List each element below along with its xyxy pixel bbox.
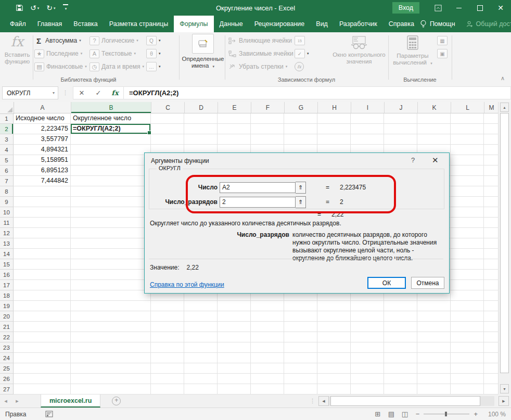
cell-D3[interactable] — [184, 134, 218, 145]
cell-G19[interactable] — [284, 301, 317, 311]
cell-D24[interactable] — [184, 353, 218, 363]
cell-G22[interactable] — [284, 332, 317, 342]
cell-B23[interactable] — [71, 342, 151, 353]
row-header-17[interactable]: 17 — [0, 280, 14, 290]
cell-J25[interactable] — [384, 363, 417, 374]
zoom-slider-thumb[interactable] — [445, 412, 447, 416]
ribbon-display-options-button[interactable] — [428, 0, 449, 16]
cell-F2[interactable] — [251, 124, 284, 134]
row-header-2[interactable]: 2 — [0, 124, 14, 134]
cell-L8[interactable] — [451, 186, 484, 197]
row-header-3[interactable]: 3 — [0, 134, 14, 145]
cell-M7[interactable] — [484, 176, 499, 186]
row-header-27[interactable]: 27 — [0, 384, 14, 394]
cell-E20[interactable] — [218, 311, 251, 322]
cell-A6[interactable]: 6,895123 — [14, 166, 71, 176]
cell-M11[interactable] — [484, 218, 499, 228]
cell-M18[interactable] — [484, 290, 499, 301]
helper-tab[interactable]: Помощн — [420, 20, 455, 28]
column-header-E[interactable]: E — [218, 102, 251, 113]
column-header-I[interactable]: I — [351, 102, 385, 113]
argument-input-digits[interactable]: 2 — [220, 197, 296, 208]
recent-functions-button[interactable]: ★ Последние▾ — [34, 48, 87, 59]
cell-A12[interactable] — [14, 228, 71, 238]
trace-precedents-button[interactable]: Влияющие ячейки — [228, 35, 293, 46]
cell-C25[interactable] — [151, 363, 184, 374]
cell-A5[interactable]: 5,158951 — [14, 155, 71, 166]
cell-H23[interactable] — [317, 342, 351, 353]
cell-M22[interactable] — [484, 332, 499, 342]
cell-K3[interactable] — [417, 134, 451, 145]
cell-I19[interactable] — [351, 301, 384, 311]
cell-M21[interactable] — [484, 322, 499, 332]
cell-B6[interactable] — [71, 166, 151, 176]
cell-B3[interactable] — [71, 134, 151, 145]
cell-L10[interactable] — [451, 207, 484, 218]
row-header-13[interactable]: 13 — [0, 238, 14, 249]
cell-M25[interactable] — [484, 363, 499, 374]
share-button[interactable]: Общий доступ — [466, 20, 511, 28]
row-header-12[interactable]: 12 — [0, 228, 14, 238]
splitter-dots[interactable]: ⋮ — [310, 398, 315, 404]
cell-I24[interactable] — [351, 353, 384, 363]
ok-button[interactable]: ОК — [367, 277, 406, 289]
remove-arrows-button[interactable]: Убрать стрелки▾ — [228, 61, 293, 72]
argument-input-number[interactable]: A2 — [220, 182, 296, 193]
cell-B12[interactable] — [71, 228, 151, 238]
cell-L21[interactable] — [451, 322, 484, 332]
row-header-9[interactable]: 9 — [0, 197, 14, 207]
cell-B24[interactable] — [71, 353, 151, 363]
dialog-close-button[interactable]: ✕ — [432, 156, 439, 165]
cell-E19[interactable] — [218, 301, 251, 311]
cell-L4[interactable] — [451, 145, 484, 155]
row-header-16[interactable]: 16 — [0, 270, 14, 280]
cell-F24[interactable] — [251, 353, 284, 363]
lookup-functions-button[interactable]: Q▾ — [146, 35, 161, 46]
scroll-up-button[interactable]: ▲ — [500, 103, 509, 112]
macro-record-button[interactable] — [45, 411, 53, 417]
cell-K24[interactable] — [417, 353, 451, 363]
cell-L3[interactable] — [451, 134, 484, 145]
calculate-now-button[interactable]: ▦ — [437, 35, 448, 46]
row-header-19[interactable]: 19 — [0, 301, 14, 311]
cell-H20[interactable] — [317, 311, 351, 322]
normal-view-button[interactable]: ⊞ — [371, 410, 385, 418]
cell-M23[interactable] — [484, 342, 499, 353]
cell-M4[interactable] — [484, 145, 499, 155]
cell-B2[interactable]: =ОКРУГЛ(A2;2) — [71, 124, 151, 134]
cell-A21[interactable] — [14, 322, 71, 332]
cell-K1[interactable] — [417, 113, 451, 124]
cell-B16[interactable] — [71, 270, 151, 280]
formula-input[interactable]: =ОКРУГЛ(A2;2) — [124, 86, 511, 99]
cell-L27[interactable] — [451, 384, 484, 394]
cell-J20[interactable] — [384, 311, 417, 322]
cell-H3[interactable] — [317, 134, 351, 145]
financial-functions-button[interactable]: ▤ Финансовые▾ — [34, 61, 87, 72]
cell-M13[interactable] — [484, 238, 499, 249]
cell-L12[interactable] — [451, 228, 484, 238]
row-header-20[interactable]: 20 — [0, 311, 14, 322]
cell-J26[interactable] — [384, 374, 417, 384]
cell-J19[interactable] — [384, 301, 417, 311]
cell-M24[interactable] — [484, 353, 499, 363]
cell-M2[interactable] — [484, 124, 499, 134]
collapse-ribbon-button[interactable]: ∧ — [501, 75, 505, 82]
vertical-scrollbar[interactable]: ▲ ▼ — [498, 102, 511, 394]
cell-A27[interactable] — [14, 384, 71, 394]
cell-B7[interactable] — [71, 176, 151, 186]
cell-J21[interactable] — [384, 322, 417, 332]
row-header-23[interactable]: 23 — [0, 342, 14, 353]
new-sheet-button[interactable]: + — [112, 397, 121, 405]
show-formulas-button[interactable]: 15 — [295, 35, 309, 46]
cell-L1[interactable] — [451, 113, 484, 124]
sheet-prev-button[interactable]: ◂ — [0, 398, 11, 404]
cell-I22[interactable] — [351, 332, 384, 342]
cell-I2[interactable] — [351, 124, 384, 134]
customize-quick-access-button[interactable]: ▾ — [63, 5, 68, 10]
cell-E25[interactable] — [218, 363, 251, 374]
cell-M15[interactable] — [484, 259, 499, 270]
logical-functions-button[interactable]: ? Логические▾ — [90, 35, 144, 46]
cell-M20[interactable] — [484, 311, 499, 322]
cell-E23[interactable] — [218, 342, 251, 353]
cell-A7[interactable]: 7,444842 — [14, 176, 71, 186]
